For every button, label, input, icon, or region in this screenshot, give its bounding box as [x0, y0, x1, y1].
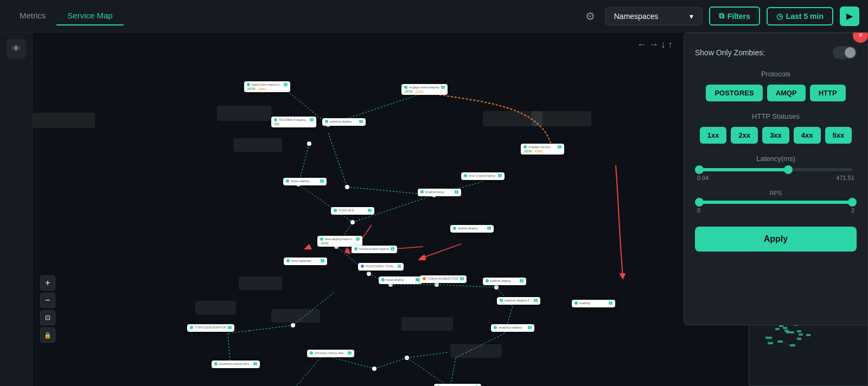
- node-engage-service[interactable]: engage service 2 HTTP 4.5ms: [521, 144, 564, 155]
- svg-point-34: [367, 272, 371, 276]
- latency-min-label: 0.04: [697, 175, 709, 181]
- apply-button[interactable]: Apply: [695, 227, 857, 252]
- protocol-buttons: POSTGRES AMQP HTTP: [695, 85, 857, 101]
- close-icon: ×: [858, 33, 863, 40]
- 2xx-button[interactable]: 2xx: [731, 127, 758, 144]
- node-watcher[interactable]: watcher-deploy 1: [322, 118, 366, 126]
- settings-button[interactable]: ⚙: [582, 7, 598, 26]
- zombies-row: Show Only Zombies:: [695, 46, 857, 59]
- status-buttons: 1xx 2xx 3xx 4xx 5xx: [695, 127, 857, 144]
- svg-point-42: [372, 366, 376, 371]
- rps-min-thumb[interactable]: [695, 198, 704, 207]
- svg-line-28: [298, 184, 353, 222]
- main-area: 👁: [0, 33, 868, 386]
- latency-max-thumb[interactable]: [784, 165, 793, 174]
- svg-line-26: [407, 352, 448, 358]
- svg-point-36: [435, 282, 439, 287]
- lock-button[interactable]: 🔒: [40, 327, 55, 343]
- node-lime-crypto[interactable]: lime CryptoDeploy 1: [461, 172, 505, 180]
- rps-labels: 0 2: [695, 207, 857, 214]
- svg-point-43: [307, 141, 311, 146]
- latency-max-label: 471.51: [836, 175, 854, 181]
- svg-rect-60: [783, 327, 787, 329]
- filters-button[interactable]: ⧉ Filters: [709, 7, 760, 25]
- zoom-in-button[interactable]: +: [40, 275, 55, 291]
- 5xx-button[interactable]: 5xx: [825, 127, 852, 144]
- node-watcher-2[interactable]: watcher-deploy-2 1: [497, 297, 540, 305]
- eye-button[interactable]: 👁: [7, 39, 26, 59]
- service-map-canvas[interactable]: highcharts-export-s... 4 HTTP 3.2ms enga…: [33, 33, 868, 386]
- node-engine-proxy[interactable]: engine-proxy 1: [418, 189, 461, 196]
- node-gateway-colony[interactable]: gateway-colony-dep... 2: [434, 384, 481, 386]
- clock-icon: ◷: [776, 12, 783, 21]
- fit-button[interactable]: ⊡: [40, 310, 55, 325]
- protocols-title: Protocols: [695, 70, 857, 78]
- namespace-label: Namespaces: [614, 12, 659, 21]
- node-odyssey[interactable]: odyssey-colony-dep... 1: [307, 350, 354, 357]
- svg-rect-61: [775, 328, 780, 330]
- svg-line-22: [293, 355, 323, 386]
- rps-max-thumb[interactable]: [848, 198, 857, 207]
- nav-left-button[interactable]: ←: [637, 39, 647, 50]
- nav-down-button[interactable]: ↓: [661, 39, 666, 50]
- node-analytics[interactable]: analytics-deploy 2: [491, 324, 534, 332]
- nav-right-button[interactable]: →: [649, 39, 659, 50]
- node-base-deploy[interactable]: base-deploy 1: [379, 276, 422, 284]
- tab-service-map[interactable]: Service Map: [56, 7, 123, 25]
- node-base-gateway[interactable]: base-gateway 1: [284, 258, 327, 265]
- latency-slider-section: Latency(ms) 0.04 471.51: [695, 155, 857, 181]
- time-range-button[interactable]: ◷ Last 5 min: [767, 7, 833, 25]
- svg-rect-68: [797, 338, 801, 340]
- node-turbine[interactable]: turbine-deploy 2: [483, 278, 526, 285]
- rps-max-label: 2: [851, 207, 854, 214]
- node-frontend-data[interactable]: frontend-data-fiypost 1: [352, 246, 397, 253]
- close-panel-button[interactable]: ×: [853, 33, 868, 43]
- nav-up-button[interactable]: ↑: [668, 39, 673, 50]
- 4xx-button[interactable]: 4xx: [794, 127, 821, 144]
- namespace-dropdown[interactable]: Namespaces ▾: [605, 7, 703, 25]
- 3xx-button[interactable]: 3xx: [762, 127, 789, 144]
- svg-rect-65: [797, 330, 801, 332]
- node-itest[interactable]: itest-deployment-fi... 2 HTTP: [317, 236, 362, 247]
- http-statuses-title: HTTP Statuses: [695, 112, 857, 120]
- svg-point-37: [494, 285, 499, 290]
- svg-marker-46: [418, 255, 426, 260]
- node-highcharts[interactable]: highcharts-export-s... 4 HTTP 3.2ms: [244, 81, 290, 92]
- svg-line-19: [250, 325, 293, 331]
- node-engage-intent[interactable]: engage intent-deploy 2 HTTP 1.1ms: [401, 84, 448, 95]
- svg-point-32: [350, 220, 355, 224]
- node-backend-colony[interactable]: backend-colony-serv... 1: [212, 361, 260, 368]
- node-loading[interactable]: loading 1: [572, 300, 615, 307]
- node-yoko[interactable]: YOKO-45-REACTOR 3: [420, 275, 467, 283]
- zombies-label: Show Only Zombies:: [695, 48, 765, 57]
- toggle-knob: [845, 47, 856, 58]
- http-button[interactable]: HTTP: [810, 85, 846, 101]
- postgres-button[interactable]: POSTGRES: [706, 85, 762, 101]
- node-some-deploy[interactable]: some deploy... 2: [283, 178, 327, 185]
- filter-panel: × Show Only Zombies: Protocols POSTGRES …: [684, 33, 868, 325]
- node-typo-gen[interactable]: TYPO-GEN-RAPTOR 2: [187, 324, 234, 332]
- zoom-out-button[interactable]: −: [40, 293, 55, 308]
- node-tacoma[interactable]: TACOMA-8 deploy... 3 PG: [271, 117, 316, 127]
- node-skylab[interactable]: skylab-deploy 1: [450, 225, 494, 233]
- svg-point-38: [405, 356, 409, 360]
- chevron-down-icon: ▾: [690, 12, 693, 21]
- play-button[interactable]: ▶: [840, 7, 859, 26]
- amqp-button[interactable]: AMQP: [767, 85, 806, 101]
- svg-rect-71: [768, 342, 773, 344]
- svg-line-17: [450, 358, 456, 386]
- svg-marker-45: [344, 247, 350, 252]
- svg-rect-67: [806, 334, 810, 336]
- 1xx-button[interactable]: 1xx: [700, 127, 727, 144]
- tab-metrics[interactable]: Metrics: [9, 7, 56, 25]
- left-sidebar: 👁: [0, 33, 33, 386]
- latency-min-thumb[interactable]: [695, 165, 704, 174]
- svg-rect-64: [790, 331, 794, 333]
- zombies-toggle[interactable]: [833, 46, 857, 59]
- node-tcdc[interactable]: TCDC-B-0 3: [331, 207, 374, 215]
- latency-title: Latency(ms): [695, 155, 857, 163]
- svg-marker-47: [304, 244, 312, 249]
- svg-rect-72: [790, 344, 795, 346]
- zoom-controls: + − ⊡ 🔒: [40, 275, 55, 343]
- node-postgres[interactable]: POSTGRES-75-be... 2: [358, 263, 404, 271]
